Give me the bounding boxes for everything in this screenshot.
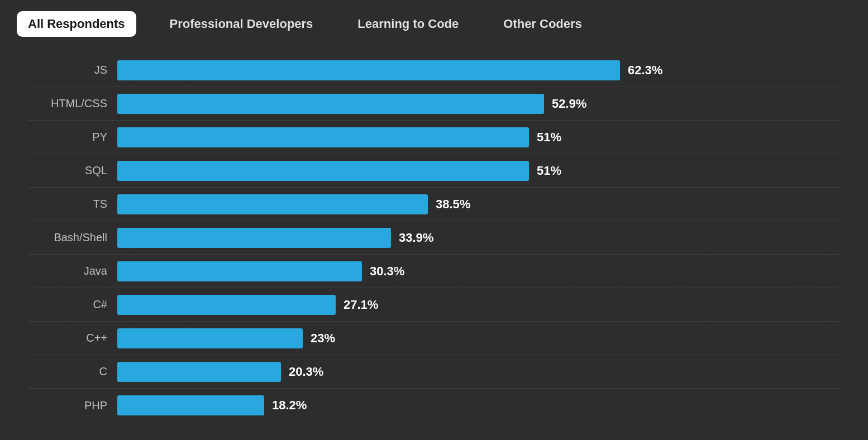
bar-container: 38.5% [117, 194, 840, 214]
bar [117, 94, 544, 114]
bar [117, 395, 264, 415]
bar-container: 51% [117, 127, 840, 147]
bar-container: 62.3% [117, 60, 840, 80]
tab-bar: All Respondents Professional Developers … [17, 11, 851, 37]
chart-row: Java30.3% [28, 255, 840, 288]
bar [117, 194, 428, 214]
tab-other-coders[interactable]: Other Coders [492, 11, 593, 37]
chart-row: JS62.3% [28, 54, 840, 87]
chart-row: HTML/CSS52.9% [28, 87, 840, 121]
chart-row: Bash/Shell33.9% [28, 221, 840, 255]
chart-row: PY51% [28, 121, 840, 154]
bar-container: 30.3% [117, 261, 840, 281]
chart-row: TS38.5% [28, 188, 840, 221]
bar-value: 33.9% [399, 231, 433, 245]
bar-value: 52.9% [552, 97, 586, 111]
bar-container: 52.9% [117, 94, 840, 114]
bar [117, 228, 391, 248]
bar-value: 38.5% [436, 197, 470, 212]
bar-label: JS [28, 64, 117, 76]
bar-container: 23% [117, 328, 840, 348]
bar [117, 127, 529, 147]
bar-value: 18.2% [272, 398, 307, 413]
tab-learning-to-code[interactable]: Learning to Code [346, 11, 470, 37]
bar-label: Java [28, 265, 117, 278]
bar-label: PHP [28, 399, 117, 412]
bar-container: 27.1% [117, 295, 840, 315]
bar-value: 27.1% [344, 298, 378, 312]
bar-label: C# [28, 298, 117, 311]
bar [117, 328, 303, 348]
bar-container: 51% [117, 161, 840, 181]
bar-container: 20.3% [117, 362, 840, 382]
bar-label: SQL [28, 164, 117, 177]
bar-label: PY [28, 131, 117, 144]
chart-row: PHP18.2% [28, 389, 840, 422]
bar [117, 362, 281, 382]
bar-container: 18.2% [117, 395, 840, 415]
chart-row: C20.3% [28, 355, 840, 389]
bar-label: HTML/CSS [28, 97, 117, 110]
bar-value: 30.3% [370, 264, 404, 279]
bar [117, 295, 336, 315]
chart-row: SQL51% [28, 154, 840, 188]
tab-professional-developers[interactable]: Professional Developers [159, 11, 325, 37]
bar-value: 20.3% [289, 365, 323, 379]
bar-value: 51% [537, 164, 561, 178]
bar [117, 161, 529, 181]
bar-container: 33.9% [117, 228, 840, 248]
bar [117, 60, 620, 80]
tab-all-respondents[interactable]: All Respondents [17, 11, 136, 37]
chart-row: C++23% [28, 322, 840, 355]
bar-value: 51% [537, 130, 561, 145]
bar-label: Bash/Shell [28, 231, 117, 244]
bar [117, 261, 362, 281]
bar-label: C [28, 365, 117, 378]
bar-value: 62.3% [628, 63, 662, 78]
bar-label: C++ [28, 332, 117, 345]
chart-row: C#27.1% [28, 288, 840, 322]
bar-value: 23% [311, 331, 335, 346]
bar-chart: JS62.3%HTML/CSS52.9%PY51%SQL51%TS38.5%Ba… [17, 54, 851, 422]
bar-label: TS [28, 198, 117, 211]
main-container: All Respondents Professional Developers … [0, 0, 868, 440]
